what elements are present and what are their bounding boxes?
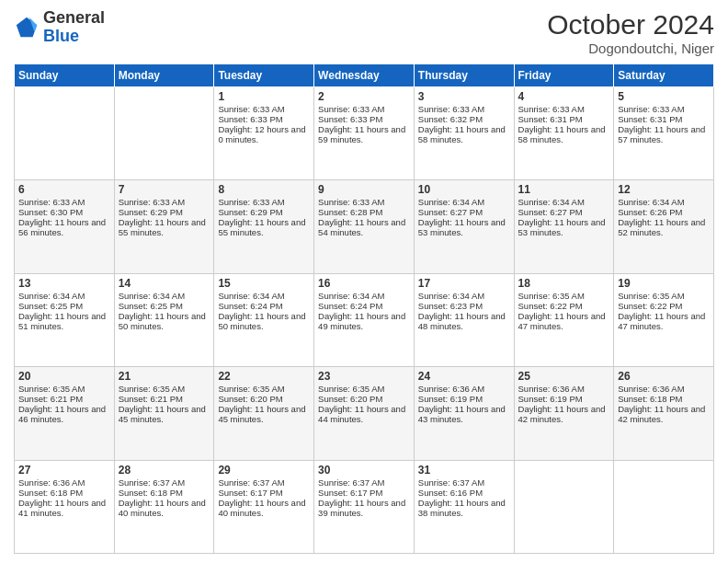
calendar-week-row: 27Sunrise: 6:36 AMSunset: 6:18 PMDayligh… bbox=[15, 460, 714, 553]
sunrise-text: Sunrise: 6:33 AM bbox=[218, 197, 310, 207]
sunrise-text: Sunrise: 6:35 AM bbox=[119, 384, 210, 394]
sunrise-text: Sunrise: 6:33 AM bbox=[318, 197, 410, 207]
daylight-text: Daylight: 11 hours and 48 minutes. bbox=[418, 311, 510, 331]
calendar-cell: 18Sunrise: 6:35 AMSunset: 6:22 PMDayligh… bbox=[514, 273, 614, 366]
daylight-text: Daylight: 11 hours and 44 minutes. bbox=[318, 404, 410, 424]
sunset-text: Sunset: 6:24 PM bbox=[218, 301, 310, 311]
calendar-table: Sunday Monday Tuesday Wednesday Thursday… bbox=[14, 63, 714, 554]
sunset-text: Sunset: 6:29 PM bbox=[119, 207, 210, 217]
calendar-cell: 20Sunrise: 6:35 AMSunset: 6:21 PMDayligh… bbox=[15, 367, 115, 460]
sunrise-text: Sunrise: 6:36 AM bbox=[518, 384, 610, 394]
day-number: 9 bbox=[318, 183, 410, 196]
calendar-week-row: 13Sunrise: 6:34 AMSunset: 6:25 PMDayligh… bbox=[15, 273, 714, 366]
daylight-text: Daylight: 11 hours and 42 minutes. bbox=[518, 404, 610, 424]
col-monday: Monday bbox=[114, 64, 214, 87]
calendar-cell: 4Sunrise: 6:33 AMSunset: 6:31 PMDaylight… bbox=[514, 87, 614, 180]
col-wednesday: Wednesday bbox=[314, 64, 415, 87]
sunrise-text: Sunrise: 6:35 AM bbox=[318, 384, 410, 394]
calendar-week-row: 1Sunrise: 6:33 AMSunset: 6:33 PMDaylight… bbox=[15, 87, 714, 180]
daylight-text: Daylight: 11 hours and 47 minutes. bbox=[518, 311, 610, 331]
sunset-text: Sunset: 6:21 PM bbox=[18, 394, 110, 404]
sunrise-text: Sunrise: 6:33 AM bbox=[418, 104, 510, 114]
sunrise-text: Sunrise: 6:35 AM bbox=[618, 291, 710, 301]
sunrise-text: Sunrise: 6:33 AM bbox=[618, 104, 710, 114]
sunset-text: Sunset: 6:33 PM bbox=[318, 114, 410, 124]
sunrise-text: Sunrise: 6:34 AM bbox=[318, 291, 410, 301]
calendar-cell bbox=[114, 87, 214, 180]
day-number: 13 bbox=[18, 277, 110, 290]
sunset-text: Sunset: 6:19 PM bbox=[418, 394, 510, 404]
col-tuesday: Tuesday bbox=[214, 64, 314, 87]
logo-blue-text: Blue bbox=[43, 27, 79, 45]
day-number: 25 bbox=[518, 370, 610, 383]
location: Dogondoutchi, Niger bbox=[547, 40, 714, 56]
day-number: 10 bbox=[418, 183, 510, 196]
daylight-text: Daylight: 11 hours and 40 minutes. bbox=[119, 498, 210, 518]
sunset-text: Sunset: 6:23 PM bbox=[418, 301, 510, 311]
month-year: October 2024 bbox=[547, 9, 714, 40]
logo: General Blue bbox=[14, 9, 105, 46]
calendar-cell: 5Sunrise: 6:33 AMSunset: 6:31 PMDaylight… bbox=[614, 87, 714, 180]
day-number: 22 bbox=[218, 370, 310, 383]
sunset-text: Sunset: 6:24 PM bbox=[318, 301, 410, 311]
calendar-week-row: 6Sunrise: 6:33 AMSunset: 6:30 PMDaylight… bbox=[15, 180, 714, 273]
sunrise-text: Sunrise: 6:34 AM bbox=[618, 197, 710, 207]
page: General Blue October 2024 Dogondoutchi, … bbox=[0, 0, 728, 563]
sunrise-text: Sunrise: 6:34 AM bbox=[218, 291, 310, 301]
col-sunday: Sunday bbox=[15, 64, 115, 87]
calendar-cell: 3Sunrise: 6:33 AMSunset: 6:32 PMDaylight… bbox=[414, 87, 514, 180]
day-number: 19 bbox=[618, 277, 710, 290]
sunrise-text: Sunrise: 6:33 AM bbox=[18, 197, 110, 207]
day-number: 14 bbox=[119, 277, 210, 290]
sunrise-text: Sunrise: 6:34 AM bbox=[518, 197, 610, 207]
day-number: 20 bbox=[18, 370, 110, 383]
sunset-text: Sunset: 6:33 PM bbox=[218, 114, 310, 124]
sunset-text: Sunset: 6:25 PM bbox=[18, 301, 110, 311]
sunrise-text: Sunrise: 6:35 AM bbox=[18, 384, 110, 394]
sunset-text: Sunset: 6:29 PM bbox=[218, 207, 310, 217]
calendar-cell: 13Sunrise: 6:34 AMSunset: 6:25 PMDayligh… bbox=[15, 273, 115, 366]
calendar-cell: 30Sunrise: 6:37 AMSunset: 6:17 PMDayligh… bbox=[314, 460, 415, 553]
daylight-text: Daylight: 11 hours and 53 minutes. bbox=[518, 217, 610, 237]
daylight-text: Daylight: 11 hours and 55 minutes. bbox=[218, 217, 310, 237]
daylight-text: Daylight: 11 hours and 51 minutes. bbox=[18, 311, 110, 331]
sunset-text: Sunset: 6:30 PM bbox=[18, 207, 110, 217]
calendar-cell: 2Sunrise: 6:33 AMSunset: 6:33 PMDaylight… bbox=[314, 87, 415, 180]
calendar-cell bbox=[614, 460, 714, 553]
calendar-cell: 12Sunrise: 6:34 AMSunset: 6:26 PMDayligh… bbox=[614, 180, 714, 273]
calendar-cell: 11Sunrise: 6:34 AMSunset: 6:27 PMDayligh… bbox=[514, 180, 614, 273]
day-number: 7 bbox=[119, 183, 210, 196]
daylight-text: Daylight: 11 hours and 49 minutes. bbox=[318, 311, 410, 331]
sunrise-text: Sunrise: 6:37 AM bbox=[318, 477, 410, 488]
daylight-text: Daylight: 11 hours and 58 minutes. bbox=[518, 124, 610, 144]
day-number: 5 bbox=[618, 90, 710, 103]
sunrise-text: Sunrise: 6:35 AM bbox=[218, 384, 310, 394]
daylight-text: Daylight: 11 hours and 43 minutes. bbox=[418, 404, 510, 424]
sunset-text: Sunset: 6:17 PM bbox=[218, 488, 310, 498]
calendar-cell: 7Sunrise: 6:33 AMSunset: 6:29 PMDaylight… bbox=[114, 180, 214, 273]
header: General Blue October 2024 Dogondoutchi, … bbox=[14, 9, 714, 56]
sunrise-text: Sunrise: 6:34 AM bbox=[119, 291, 210, 301]
sunset-text: Sunset: 6:26 PM bbox=[618, 207, 710, 217]
calendar-cell: 10Sunrise: 6:34 AMSunset: 6:27 PMDayligh… bbox=[414, 180, 514, 273]
calendar-cell: 28Sunrise: 6:37 AMSunset: 6:18 PMDayligh… bbox=[114, 460, 214, 553]
col-saturday: Saturday bbox=[614, 64, 714, 87]
sunset-text: Sunset: 6:25 PM bbox=[119, 301, 210, 311]
day-number: 18 bbox=[518, 277, 610, 290]
calendar-cell: 26Sunrise: 6:36 AMSunset: 6:18 PMDayligh… bbox=[614, 367, 714, 460]
sunrise-text: Sunrise: 6:33 AM bbox=[318, 104, 410, 114]
sunset-text: Sunset: 6:19 PM bbox=[518, 394, 610, 404]
daylight-text: Daylight: 11 hours and 38 minutes. bbox=[418, 498, 510, 518]
sunrise-text: Sunrise: 6:37 AM bbox=[119, 477, 210, 488]
sunrise-text: Sunrise: 6:34 AM bbox=[418, 197, 510, 207]
calendar-cell: 15Sunrise: 6:34 AMSunset: 6:24 PMDayligh… bbox=[214, 273, 314, 366]
calendar-cell: 6Sunrise: 6:33 AMSunset: 6:30 PMDaylight… bbox=[15, 180, 115, 273]
logo-general-text: General bbox=[43, 8, 105, 27]
calendar-cell: 31Sunrise: 6:37 AMSunset: 6:16 PMDayligh… bbox=[414, 460, 514, 553]
daylight-text: Daylight: 11 hours and 55 minutes. bbox=[119, 217, 210, 237]
sunrise-text: Sunrise: 6:33 AM bbox=[518, 104, 610, 114]
sunset-text: Sunset: 6:28 PM bbox=[318, 207, 410, 217]
sunset-text: Sunset: 6:31 PM bbox=[618, 114, 710, 124]
day-number: 16 bbox=[318, 277, 410, 290]
day-number: 26 bbox=[618, 370, 710, 383]
